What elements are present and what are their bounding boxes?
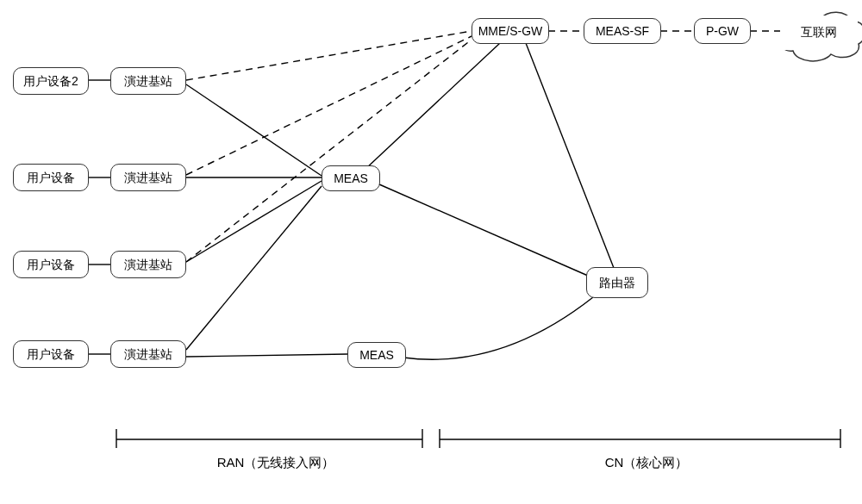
node-meas1: MEAS: [322, 165, 380, 191]
node-label: 路由器: [599, 276, 635, 290]
node-label: 互联网: [801, 25, 837, 40]
node-label: 用户设备: [27, 347, 75, 362]
annotation-ran: RAN（无线接入网）: [198, 455, 353, 471]
annotation-text: CN（核心网）: [605, 455, 689, 470]
edge-enb1-meas1: [186, 84, 322, 176]
node-label: 演进基站: [124, 258, 172, 272]
node-meassf: MEAS-SF: [584, 18, 661, 44]
edge-enb4-meas2: [186, 354, 347, 357]
node-enb3: 演进基站: [110, 251, 186, 278]
node-router: 路由器: [586, 267, 648, 298]
node-label: 用户设备: [27, 258, 75, 272]
edge-enb1-mme: [186, 31, 472, 80]
node-enb4: 演进基站: [110, 340, 186, 368]
edge-meas1-mme: [365, 43, 500, 170]
node-mme: MME/S-GW: [472, 18, 549, 44]
node-label: 演进基站: [124, 74, 172, 89]
node-ue2: 用户设备2: [13, 67, 89, 95]
node-ue-c: 用户设备: [13, 340, 89, 368]
node-ue-a: 用户设备: [13, 164, 89, 191]
edge-mme-router: [526, 43, 614, 268]
node-pgw: P-GW: [694, 18, 751, 44]
edge-meas1-router: [379, 184, 588, 276]
diagram-stage: .l { stroke:#000; stroke-width:1.4; fill…: [0, 0, 862, 504]
node-enb2: 演进基站: [110, 164, 186, 191]
node-meas2: MEAS: [347, 342, 406, 368]
annotation-text: RAN（无线接入网）: [217, 455, 335, 470]
node-label: P-GW: [706, 24, 739, 39]
node-label: MEAS-SF: [596, 24, 649, 39]
edge-enb3-meas1: [186, 181, 322, 262]
node-label: 演进基站: [124, 347, 172, 362]
node-enb1: 演进基站: [110, 67, 186, 95]
node-label: MEAS: [334, 171, 368, 186]
edge-meas2-router: [403, 297, 593, 359]
node-label: 用户设备2: [23, 74, 78, 89]
edge-enb2-mme: [186, 36, 472, 175]
edge-enb4-meas1: [186, 186, 322, 350]
node-label: 演进基站: [124, 171, 172, 185]
node-ue-b: 用户设备: [13, 251, 89, 278]
node-internet: 互联网: [780, 16, 858, 50]
edge-enb3-mme: [186, 40, 472, 262]
node-label: MEAS: [359, 348, 394, 363]
node-label: MME/S-GW: [478, 24, 543, 39]
annotation-cn: CN（核心网）: [578, 455, 715, 471]
node-label: 用户设备: [27, 171, 75, 185]
